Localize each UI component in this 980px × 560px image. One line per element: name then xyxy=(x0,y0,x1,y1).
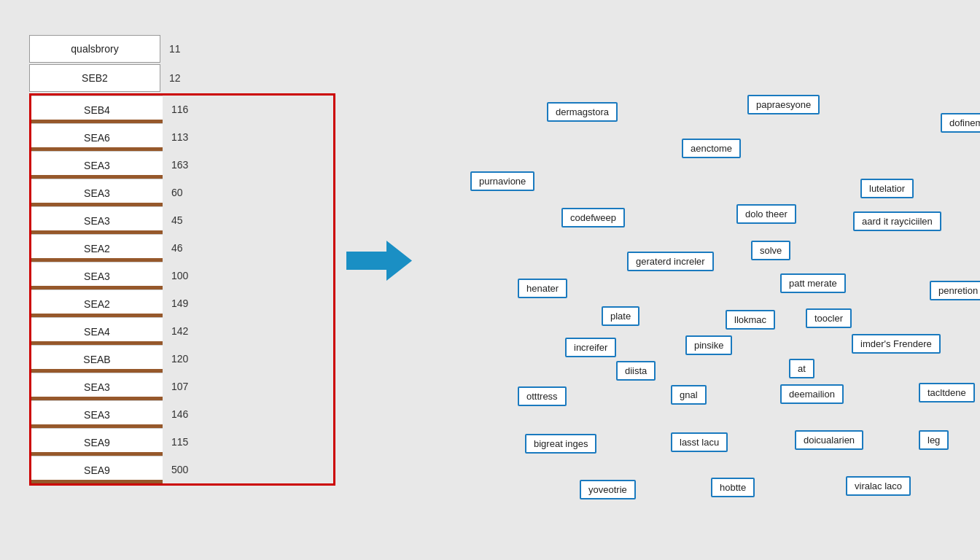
stack-row: SEAB120 xyxy=(31,345,333,373)
stack-row: SEA360 xyxy=(31,179,333,206)
heap-item: aenctome xyxy=(682,139,741,158)
stack-address: 113 xyxy=(171,131,208,143)
heap-item: hobtte xyxy=(711,478,755,497)
heap-item: dolo theer xyxy=(736,204,796,224)
heap-item: papraesyone xyxy=(747,95,820,114)
svg-marker-0 xyxy=(346,241,412,281)
stack-cell-highlighted: SEA3 xyxy=(31,400,163,428)
stack-row: SEA3146 xyxy=(31,400,333,428)
stack-cell-highlighted: SEB4 xyxy=(31,96,163,123)
stack-cell-highlighted: SEA3 xyxy=(31,151,163,179)
stack-row: SEA3107 xyxy=(31,373,333,400)
stack-cell-highlighted: SEA4 xyxy=(31,317,163,345)
heap-item: otttress xyxy=(518,386,567,406)
heap-item: dofinema xyxy=(941,113,980,133)
stack-cell-highlighted: SEA3 xyxy=(31,373,163,400)
stack-cell-highlighted: SEA3 xyxy=(31,179,163,206)
stack-cell-highlighted: SEA9 xyxy=(31,456,163,483)
stack-row: SEA3100 xyxy=(31,262,333,289)
stack-address: 115 xyxy=(171,436,208,448)
stack-address: 500 xyxy=(171,464,208,475)
heap-item: aard it rayciciilen xyxy=(853,211,941,231)
stack-row: SEA4142 xyxy=(31,317,333,345)
stack-address: 11 xyxy=(169,43,206,55)
heap-item: llokmac xyxy=(726,310,775,330)
arrow-icon xyxy=(346,241,412,281)
heap-item: dermagstora xyxy=(547,102,618,122)
heap-item: patt merate xyxy=(780,273,846,293)
heap-item: diista xyxy=(616,361,656,381)
stack-address: 146 xyxy=(171,408,208,420)
heap-item: bigreat inges xyxy=(525,434,596,454)
heap-item: doicualarien xyxy=(795,430,863,450)
stack-list: qualsbrory11SEB212 SEB4116SEA6113SEA3163… xyxy=(29,35,335,486)
stack-row: SEA345 xyxy=(31,206,333,234)
heap-item: deemailion xyxy=(780,384,844,404)
heap-item: viralac laco xyxy=(846,476,911,496)
heap-item: henater xyxy=(518,279,567,298)
stack-row: qualsbrory11 xyxy=(29,35,335,63)
stack-cell: qualsbrory xyxy=(29,35,160,63)
stack-address: 116 xyxy=(171,104,208,115)
heap-item: gnal xyxy=(671,385,707,405)
heap-item: imder's Frendere xyxy=(852,334,941,354)
stack-cell-highlighted: SEA2 xyxy=(31,234,163,262)
arrow-container xyxy=(335,22,423,281)
stack-row: SEA246 xyxy=(31,234,333,262)
stack-row: SEA9115 xyxy=(31,428,333,456)
stack-row: SEA6113 xyxy=(31,123,333,151)
stack-address: 12 xyxy=(169,72,206,84)
stack-row: SEA3163 xyxy=(31,151,333,179)
heap-panel: dermagstorapapraesyonedofinemaaenctomepu… xyxy=(423,22,951,532)
stack-cell-highlighted: SEAB xyxy=(31,345,163,373)
heap-item: codefweep xyxy=(561,208,625,228)
stack-address: 142 xyxy=(171,325,208,337)
stack-address: 60 xyxy=(171,187,208,198)
main-container: qualsbrory11SEB212 SEB4116SEA6113SEA3163… xyxy=(0,0,980,560)
stack-cell-highlighted: SEA6 xyxy=(31,123,163,151)
heap-item: toocler xyxy=(806,308,852,328)
stack-address: 46 xyxy=(171,242,208,254)
stack-address: 107 xyxy=(171,381,208,392)
heap-item: geraterd increler xyxy=(627,252,714,271)
stack-row: SEB212 xyxy=(29,64,335,92)
stack-cell-highlighted: SEA9 xyxy=(31,428,163,456)
heap-item: lasst lacu xyxy=(671,432,728,452)
heap-item: penretion xyxy=(930,281,980,300)
stack-panel: qualsbrory11SEB212 SEB4116SEA6113SEA3163… xyxy=(29,22,335,486)
heap-item: lutelatior xyxy=(860,179,914,198)
stack-cell-highlighted: SEA3 xyxy=(31,206,163,234)
stack-cell-highlighted: SEA2 xyxy=(31,289,163,317)
stack-cell: SEB2 xyxy=(29,64,160,92)
highlighted-group: SEB4116SEA6113SEA3163SEA360SEA345SEA246S… xyxy=(29,93,335,486)
heap-item: pinsike xyxy=(685,335,732,355)
heap-item: tacltdene xyxy=(919,383,975,402)
heap-item: at xyxy=(789,359,814,378)
heap-item: plate xyxy=(602,306,639,326)
stack-address: 45 xyxy=(171,214,208,226)
stack-row: SEA9500 xyxy=(31,456,333,483)
stack-address: 149 xyxy=(171,298,208,309)
stack-row: SEB4116 xyxy=(31,96,333,123)
stack-address: 100 xyxy=(171,270,208,281)
heap-item: increifer xyxy=(565,338,616,357)
heap-item: leg xyxy=(919,430,949,450)
heap-item: purnavione xyxy=(470,171,534,191)
stack-cell-highlighted: SEA3 xyxy=(31,262,163,289)
heap-item: yoveotrie xyxy=(580,480,636,499)
heap-item: solve xyxy=(751,241,790,260)
stack-address: 163 xyxy=(171,159,208,171)
stack-address: 120 xyxy=(171,353,208,365)
stack-row: SEA2149 xyxy=(31,289,333,317)
